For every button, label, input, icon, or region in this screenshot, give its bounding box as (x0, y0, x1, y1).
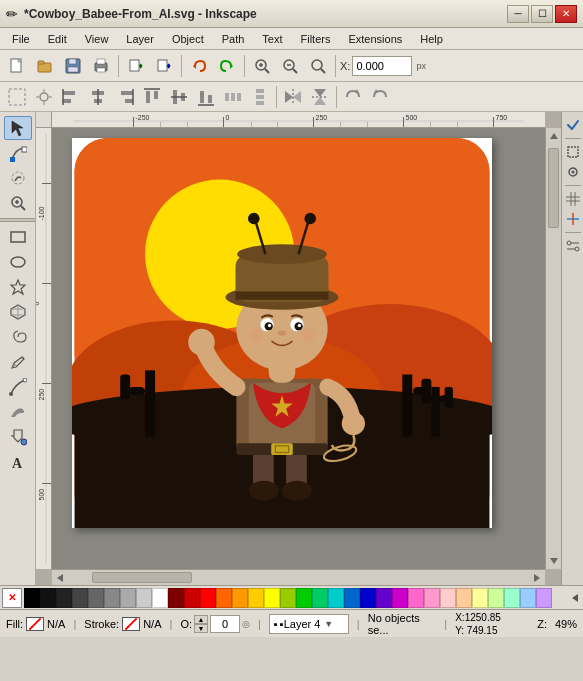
close-button[interactable]: ✕ (555, 5, 577, 23)
open-button[interactable] (32, 54, 58, 78)
palette-color[interactable] (520, 588, 536, 608)
align-left-btn[interactable] (58, 85, 84, 109)
align-top-btn[interactable] (139, 85, 165, 109)
opacity-down-btn[interactable]: ▼ (194, 624, 208, 633)
palette-color[interactable] (424, 588, 440, 608)
export-button[interactable] (151, 54, 177, 78)
palette-color[interactable] (472, 588, 488, 608)
svg-drawing[interactable] (72, 138, 492, 528)
palette-color[interactable] (264, 588, 280, 608)
palette-color[interactable] (248, 588, 264, 608)
import-button[interactable] (123, 54, 149, 78)
menu-filters[interactable]: Filters (293, 31, 339, 47)
scroll-thumb-vertical[interactable] (548, 148, 559, 228)
menu-file[interactable]: File (4, 31, 38, 47)
palette-color[interactable] (376, 588, 392, 608)
scroll-thumb-horizontal[interactable] (92, 572, 192, 583)
palette-color[interactable] (40, 588, 56, 608)
palette-color[interactable] (72, 588, 88, 608)
palette-color[interactable] (488, 588, 504, 608)
node-snap-btn[interactable] (31, 85, 57, 109)
menu-layer[interactable]: Layer (118, 31, 162, 47)
palette-color[interactable] (344, 588, 360, 608)
palette-color[interactable] (184, 588, 200, 608)
rotate-cw-btn[interactable] (340, 85, 366, 109)
palette-color[interactable] (296, 588, 312, 608)
zoom-tool[interactable] (4, 191, 32, 215)
zoom-out-button[interactable] (305, 54, 331, 78)
zoom-in-button[interactable] (277, 54, 303, 78)
layer-dropdown-icon[interactable]: ▼ (324, 619, 333, 629)
print-button[interactable] (88, 54, 114, 78)
align-bottom-btn[interactable] (193, 85, 219, 109)
paintbucket-tool[interactable] (4, 425, 32, 449)
snap-guide-btn[interactable] (564, 210, 582, 228)
palette-color[interactable] (312, 588, 328, 608)
menu-edit[interactable]: Edit (40, 31, 75, 47)
palette-color[interactable] (536, 588, 552, 608)
select-tool[interactable] (4, 116, 32, 140)
palette-color[interactable] (120, 588, 136, 608)
palette-scroll-right[interactable] (567, 586, 583, 610)
palette-color[interactable] (104, 588, 120, 608)
node-tool[interactable] (4, 141, 32, 165)
menu-view[interactable]: View (77, 31, 117, 47)
palette-color[interactable] (200, 588, 216, 608)
new-button[interactable] (4, 54, 30, 78)
flip-h-btn[interactable] (280, 85, 306, 109)
select-snap-btn[interactable] (4, 85, 30, 109)
minimize-button[interactable]: ─ (507, 5, 529, 23)
palette-color[interactable] (328, 588, 344, 608)
rotate-ccw-btn[interactable] (367, 85, 393, 109)
opacity-input[interactable] (210, 615, 240, 633)
stroke-swatch[interactable] (122, 617, 140, 631)
canvas-area[interactable]: -250 0 250 500 750 (36, 112, 561, 585)
menu-path[interactable]: Path (214, 31, 253, 47)
box3d-tool[interactable] (4, 300, 32, 324)
align-center-btn[interactable] (85, 85, 111, 109)
palette-color[interactable] (440, 588, 456, 608)
align-right-btn[interactable] (112, 85, 138, 109)
maximize-button[interactable]: ☐ (531, 5, 553, 23)
rect-tool[interactable] (4, 225, 32, 249)
palette-color[interactable] (136, 588, 152, 608)
layer-selector[interactable]: ▪ ▪Layer 4 ▼ (269, 614, 349, 634)
distribute-h-btn[interactable] (220, 85, 246, 109)
palette-color[interactable] (504, 588, 520, 608)
palette-color[interactable] (360, 588, 376, 608)
no-color-button[interactable]: ✕ (2, 588, 22, 608)
snap-options-btn[interactable] (564, 237, 582, 255)
spiral-tool[interactable] (4, 325, 32, 349)
palette-color[interactable] (408, 588, 424, 608)
align-vmid-btn[interactable] (166, 85, 192, 109)
tweak-tool[interactable] (4, 166, 32, 190)
snap-node-btn[interactable] (564, 163, 582, 181)
ellipse-tool[interactable] (4, 250, 32, 274)
palette-color[interactable] (232, 588, 248, 608)
save-button[interactable] (60, 54, 86, 78)
text-tool[interactable]: A (4, 450, 32, 474)
scrollbar-horizontal[interactable] (52, 569, 545, 585)
calligraphy-tool[interactable] (4, 400, 32, 424)
fill-swatch[interactable] (26, 617, 44, 631)
snap-grid-btn[interactable] (564, 190, 582, 208)
redo-button[interactable] (214, 54, 240, 78)
menu-object[interactable]: Object (164, 31, 212, 47)
opacity-up-btn[interactable]: ▲ (194, 615, 208, 624)
x-input[interactable] (352, 56, 412, 76)
palette-color[interactable] (392, 588, 408, 608)
pencil-tool[interactable] (4, 350, 32, 374)
star-tool[interactable] (4, 275, 32, 299)
palette-color[interactable] (280, 588, 296, 608)
palette-color[interactable] (456, 588, 472, 608)
flip-v-btn[interactable] (307, 85, 333, 109)
menu-text[interactable]: Text (254, 31, 290, 47)
snap-bbox-btn[interactable] (564, 143, 582, 161)
scrollbar-vertical[interactable] (545, 128, 561, 569)
zoom-fit-button[interactable] (249, 54, 275, 78)
palette-color[interactable] (88, 588, 104, 608)
palette-color[interactable] (56, 588, 72, 608)
undo-button[interactable] (186, 54, 212, 78)
canvas-scroll[interactable] (52, 128, 545, 569)
palette-color[interactable] (24, 588, 40, 608)
